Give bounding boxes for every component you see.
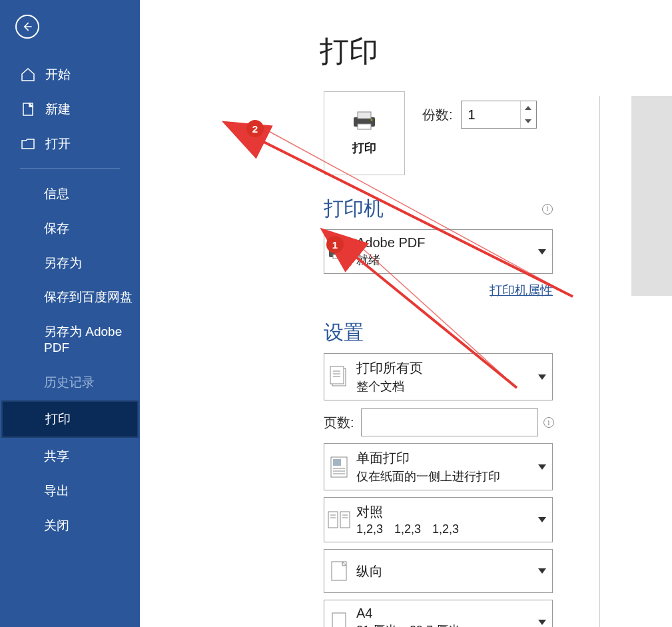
sidebar-item[interactable]: 导出: [0, 474, 140, 508]
sidebar-item[interactable]: 开始: [0, 57, 140, 92]
sidebar-item[interactable]: 历史记录: [0, 365, 140, 400]
page-side-icon: [330, 456, 348, 478]
sidebar-item-label: 关闭: [44, 518, 69, 534]
sidebar-item-label: 打印: [45, 411, 71, 427]
sidebar-item-label: 共享: [44, 448, 69, 464]
sidebar-item[interactable]: 另存为 Adobe PDF: [0, 314, 140, 365]
chevron-down-icon: [538, 568, 546, 574]
sidebar-item[interactable]: 保存到百度网盘: [0, 280, 140, 314]
chevron-down-icon: [538, 517, 546, 522]
sidebar-item-label: 打开: [45, 136, 71, 152]
sidebar-item[interactable]: 新建: [0, 92, 140, 127]
sidebar-item[interactable]: 打开: [0, 127, 140, 161]
paper-size-dropdown[interactable]: A4 21 厘米 x 29.7 厘米: [324, 600, 553, 627]
portrait-icon: [331, 561, 347, 581]
orientation-dropdown[interactable]: 纵向: [324, 549, 553, 593]
sidebar-item-label: 另存为: [44, 255, 82, 271]
sidebar-item-label: 另存为 Adobe PDF: [44, 324, 140, 356]
sidebar-item[interactable]: 共享: [0, 439, 140, 474]
paper-icon: [332, 612, 346, 628]
collate-icon: [328, 511, 350, 528]
collate-dropdown[interactable]: 对照 1,2,3 1,2,3 1,2,3: [324, 497, 553, 542]
svg-rect-25: [332, 613, 346, 628]
arrow-left-icon: [21, 20, 34, 33]
folder-icon: [20, 136, 36, 152]
svg-rect-14: [333, 459, 341, 466]
sidebar-item[interactable]: 另存为: [0, 246, 140, 281]
divider: [20, 168, 120, 169]
sidebar-item-label: 开始: [45, 67, 71, 83]
callout-badge-1: 1: [326, 236, 344, 253]
back-button[interactable]: [15, 15, 39, 39]
svg-rect-19: [340, 512, 350, 528]
sidebar-item-label: 信息: [44, 186, 69, 202]
sidebar-item-label: 历史记录: [44, 374, 95, 390]
sides-dropdown[interactable]: 单面打印 仅在纸面的一侧上进行打印: [324, 443, 553, 490]
sidebar-item[interactable]: 打印: [1, 400, 139, 438]
sidebar-item-label: 新建: [45, 101, 71, 117]
sidebar-item-label: 保存到百度网盘: [44, 289, 133, 305]
home-icon: [20, 67, 36, 83]
chevron-down-icon: [538, 464, 546, 470]
doc-icon: [20, 101, 36, 117]
sidebar-item[interactable]: 保存: [0, 211, 140, 246]
sidebar-item[interactable]: 关闭: [0, 508, 140, 543]
svg-rect-18: [328, 512, 338, 528]
sidebar-item-label: 导出: [44, 483, 69, 499]
callout-badge-2: 2: [246, 120, 264, 137]
sidebar-item-label: 保存: [44, 221, 69, 237]
chevron-down-icon: [538, 620, 546, 625]
annotation-arrows: [140, 0, 672, 433]
sidebar-item[interactable]: 信息: [0, 177, 140, 211]
